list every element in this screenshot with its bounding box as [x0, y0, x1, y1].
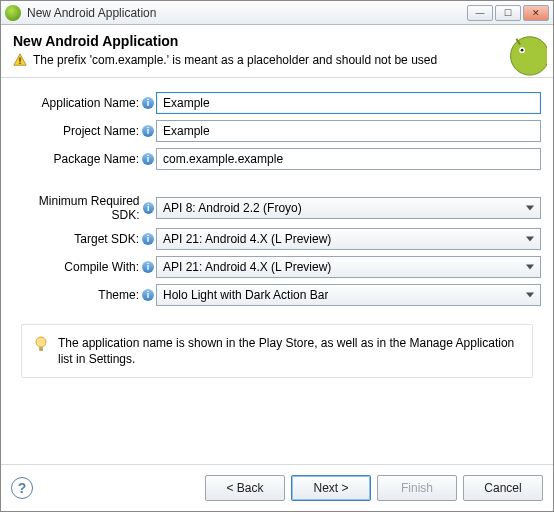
- description-box: The application name is shown in the Pla…: [21, 324, 533, 378]
- warning-icon: [13, 53, 27, 67]
- window-buttons: — ☐ ✕: [467, 5, 549, 21]
- svg-point-8: [36, 337, 46, 347]
- target-sdk-select[interactable]: API 21: Android 4.X (L Preview): [156, 228, 541, 250]
- help-icon[interactable]: ?: [11, 477, 33, 499]
- wizard-header: New Android Application The prefix 'com.…: [1, 25, 553, 77]
- description-text: The application name is shown in the Pla…: [58, 335, 520, 367]
- theme-select[interactable]: Holo Light with Dark Action Bar: [156, 284, 541, 306]
- chevron-down-icon: [526, 237, 534, 242]
- min-sdk-value: API 8: Android 2.2 (Froyo): [163, 201, 302, 215]
- chevron-down-icon: [526, 293, 534, 298]
- label-compile-with: Compile With:: [64, 260, 139, 274]
- label-target-sdk: Target SDK:: [74, 232, 139, 246]
- info-icon[interactable]: i: [142, 97, 154, 109]
- next-button[interactable]: Next >: [291, 475, 371, 501]
- theme-value: Holo Light with Dark Action Bar: [163, 288, 328, 302]
- chevron-down-icon: [526, 265, 534, 270]
- label-project-name: Project Name:: [63, 124, 139, 138]
- app-icon: [5, 5, 21, 21]
- wizard-footer: ? < Back Next > Finish Cancel: [1, 464, 553, 511]
- compile-with-value: API 21: Android 4.X (L Preview): [163, 260, 331, 274]
- window-title: New Android Application: [27, 6, 461, 20]
- svg-rect-9: [39, 347, 43, 351]
- page-title: New Android Application: [13, 33, 541, 49]
- label-theme: Theme:: [98, 288, 139, 302]
- info-icon[interactable]: i: [142, 261, 154, 273]
- lightbulb-icon: [34, 336, 48, 354]
- title-bar: New Android Application — ☐ ✕: [1, 1, 553, 25]
- finish-button: Finish: [377, 475, 457, 501]
- package-name-input[interactable]: [156, 148, 541, 170]
- android-mascot-icon: [501, 31, 547, 77]
- svg-rect-2: [19, 63, 20, 64]
- close-button[interactable]: ✕: [523, 5, 549, 21]
- info-icon[interactable]: i: [142, 289, 154, 301]
- chevron-down-icon: [526, 206, 534, 211]
- form-area: Application Name: i Project Name: i Pack…: [1, 78, 553, 384]
- minimize-button[interactable]: —: [467, 5, 493, 21]
- project-name-input[interactable]: [156, 120, 541, 142]
- info-icon[interactable]: i: [142, 233, 154, 245]
- maximize-button[interactable]: ☐: [495, 5, 521, 21]
- warning-text: The prefix 'com.example.' is meant as a …: [33, 53, 437, 67]
- svg-rect-1: [19, 57, 20, 61]
- cancel-button[interactable]: Cancel: [463, 475, 543, 501]
- back-button[interactable]: < Back: [205, 475, 285, 501]
- compile-with-select[interactable]: API 21: Android 4.X (L Preview): [156, 256, 541, 278]
- label-min-sdk: Minimum Required SDK:: [13, 194, 140, 222]
- target-sdk-value: API 21: Android 4.X (L Preview): [163, 232, 331, 246]
- info-icon[interactable]: i: [143, 202, 155, 214]
- info-icon[interactable]: i: [142, 153, 154, 165]
- label-package-name: Package Name:: [54, 152, 139, 166]
- info-icon[interactable]: i: [142, 125, 154, 137]
- label-application-name: Application Name:: [42, 96, 139, 110]
- svg-point-6: [521, 49, 524, 52]
- min-sdk-select[interactable]: API 8: Android 2.2 (Froyo): [156, 197, 541, 219]
- application-name-input[interactable]: [156, 92, 541, 114]
